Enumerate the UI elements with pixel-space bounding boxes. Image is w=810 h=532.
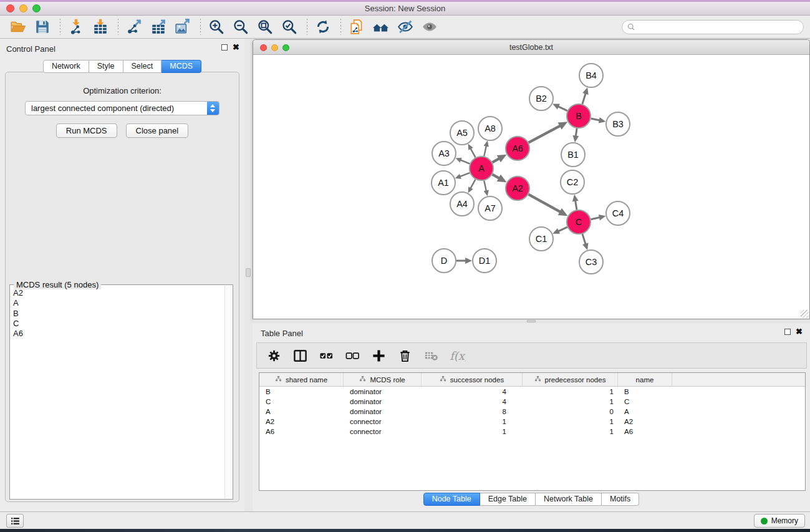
refresh-button[interactable] bbox=[314, 17, 332, 36]
table-cell[interactable]: A bbox=[618, 407, 672, 417]
table-cell[interactable]: A2 bbox=[618, 417, 672, 427]
zoom-fit-button[interactable] bbox=[256, 17, 274, 36]
table-cell[interactable]: 4 bbox=[422, 397, 523, 407]
close-panel-icon[interactable]: ✖ bbox=[796, 329, 803, 335]
columns-button[interactable] bbox=[292, 347, 309, 364]
optimization-criterion-dropdown[interactable]: largest connected component (directed) bbox=[25, 101, 219, 115]
graph-edge[interactable] bbox=[493, 175, 499, 178]
eye-button[interactable] bbox=[420, 17, 439, 36]
network-graph[interactable]: B4B2BB3A8A5A6A3B1AA1C2A2A4A7C4CC1C3DD1 bbox=[253, 56, 809, 319]
table-row[interactable]: Bdominator41B bbox=[259, 387, 805, 397]
tab-select[interactable]: Select bbox=[123, 60, 162, 73]
table-cell[interactable]: 1 bbox=[523, 417, 618, 427]
table-cell[interactable]: connector bbox=[344, 427, 422, 437]
add-button[interactable] bbox=[370, 347, 387, 364]
tab-mcds[interactable]: MCDS bbox=[162, 60, 201, 73]
graph-edge[interactable] bbox=[484, 181, 486, 191]
graph-edge[interactable] bbox=[460, 160, 470, 163]
float-panel-icon[interactable] bbox=[221, 44, 228, 51]
close-panel-icon[interactable]: ✖ bbox=[233, 44, 239, 51]
graph-edge[interactable] bbox=[591, 217, 600, 219]
vertical-splitter[interactable] bbox=[244, 39, 253, 511]
run-mcds-button[interactable]: Run MCDS bbox=[56, 123, 117, 138]
graph-edge[interactable] bbox=[582, 234, 586, 244]
graph-edge[interactable] bbox=[576, 128, 577, 137]
graph-edge[interactable] bbox=[558, 227, 567, 231]
eye-slash-button[interactable] bbox=[396, 17, 415, 36]
table-cell[interactable]: 1 bbox=[523, 387, 618, 397]
search-input[interactable] bbox=[639, 23, 795, 32]
table-cell[interactable]: dominator bbox=[344, 397, 422, 407]
mcds-result-item[interactable]: A2 bbox=[13, 288, 224, 298]
export-table-button[interactable] bbox=[149, 17, 168, 36]
home-button[interactable] bbox=[372, 17, 390, 36]
splitter-grip-icon[interactable] bbox=[246, 268, 251, 277]
graph-edge[interactable] bbox=[470, 180, 475, 189]
table-cell[interactable]: 1 bbox=[422, 417, 523, 427]
column-header-predecessor-nodes[interactable]: predecessor nodes bbox=[523, 373, 618, 386]
column-header-name[interactable]: name bbox=[618, 373, 672, 386]
table-cell[interactable]: connector bbox=[344, 417, 422, 427]
graph-edge[interactable] bbox=[582, 93, 586, 104]
tab-network[interactable]: Network bbox=[43, 60, 89, 73]
zoom-selected-button[interactable] bbox=[280, 17, 299, 36]
mcds-result-item[interactable]: B bbox=[13, 309, 224, 319]
table-row[interactable]: A2connector11A2 bbox=[259, 417, 805, 427]
graph-edge[interactable] bbox=[558, 107, 567, 111]
table-row[interactable]: A6connector11A6 bbox=[259, 427, 805, 437]
tab-node-table[interactable]: Node Table bbox=[423, 493, 480, 506]
mcds-result-item[interactable]: A bbox=[13, 298, 224, 308]
graph-edge[interactable] bbox=[460, 173, 470, 177]
mcds-result-item[interactable]: A6 bbox=[13, 329, 224, 339]
table-cell[interactable]: A6 bbox=[618, 427, 672, 437]
close-network-window-button[interactable] bbox=[260, 44, 267, 51]
table-cell[interactable]: 8 bbox=[422, 407, 523, 417]
table-cell[interactable]: A bbox=[259, 407, 344, 417]
table-cell[interactable]: C bbox=[259, 397, 344, 407]
graph-edge[interactable] bbox=[470, 148, 475, 158]
graph-edge[interactable] bbox=[529, 195, 561, 212]
table-cell[interactable]: 1 bbox=[523, 427, 618, 437]
deselect-all-button[interactable] bbox=[344, 347, 361, 364]
network-window-titlebar[interactable]: testGlobe.txt bbox=[253, 40, 809, 55]
search-box[interactable] bbox=[622, 20, 804, 34]
tab-edge-table[interactable]: Edge Table bbox=[480, 493, 536, 506]
table-cell[interactable]: dominator bbox=[344, 387, 422, 397]
table-cell[interactable]: 4 bbox=[422, 387, 523, 397]
network-canvas[interactable]: B4B2BB3A8A5A6A3B1AA1C2A2A4A7C4CC1C3DD1 bbox=[253, 56, 809, 319]
column-header-successor-nodes[interactable]: successor nodes bbox=[422, 373, 523, 386]
table-cell[interactable]: 1 bbox=[422, 427, 523, 437]
graph-edge[interactable] bbox=[576, 200, 577, 210]
graph-edge[interactable] bbox=[493, 158, 499, 162]
graph-edge[interactable] bbox=[591, 118, 600, 120]
import-table-button[interactable] bbox=[91, 17, 110, 36]
table-cell[interactable]: B bbox=[618, 387, 672, 397]
zoom-out-button[interactable] bbox=[231, 17, 250, 36]
show-panels-button[interactable] bbox=[6, 514, 24, 528]
mcds-result-item[interactable]: C bbox=[13, 319, 224, 329]
table-row[interactable]: Adominator80A bbox=[259, 407, 805, 417]
column-header-mcds-role[interactable]: MCDS role bbox=[344, 373, 422, 386]
splitter-grip-icon[interactable] bbox=[527, 320, 536, 322]
tab-network-table[interactable]: Network Table bbox=[536, 493, 602, 506]
minimize-network-window-button[interactable] bbox=[271, 44, 278, 51]
export-image-button[interactable] bbox=[173, 17, 192, 36]
result-scrollbar[interactable] bbox=[224, 286, 232, 498]
gear-button[interactable] bbox=[266, 347, 282, 364]
copy-network-button[interactable] bbox=[347, 17, 366, 36]
column-header-shared-name[interactable]: shared name bbox=[259, 373, 344, 386]
tab-motifs[interactable]: Motifs bbox=[602, 493, 639, 506]
graph-edge[interactable] bbox=[529, 126, 561, 143]
table-cell[interactable]: C bbox=[618, 397, 672, 407]
open-folder-button[interactable] bbox=[9, 17, 27, 36]
table-cell[interactable]: A6 bbox=[259, 427, 344, 437]
save-button[interactable] bbox=[33, 17, 52, 36]
table-cell[interactable]: A2 bbox=[259, 417, 344, 427]
table-cell[interactable]: dominator bbox=[344, 407, 422, 417]
tab-style[interactable]: Style bbox=[89, 60, 123, 73]
export-network-button[interactable] bbox=[125, 17, 143, 36]
close-panel-button[interactable]: Close panel bbox=[126, 123, 189, 138]
graph-edge[interactable] bbox=[484, 146, 486, 157]
table-row[interactable]: Cdominator41C bbox=[259, 397, 805, 407]
memory-button[interactable]: Memory bbox=[754, 514, 805, 528]
